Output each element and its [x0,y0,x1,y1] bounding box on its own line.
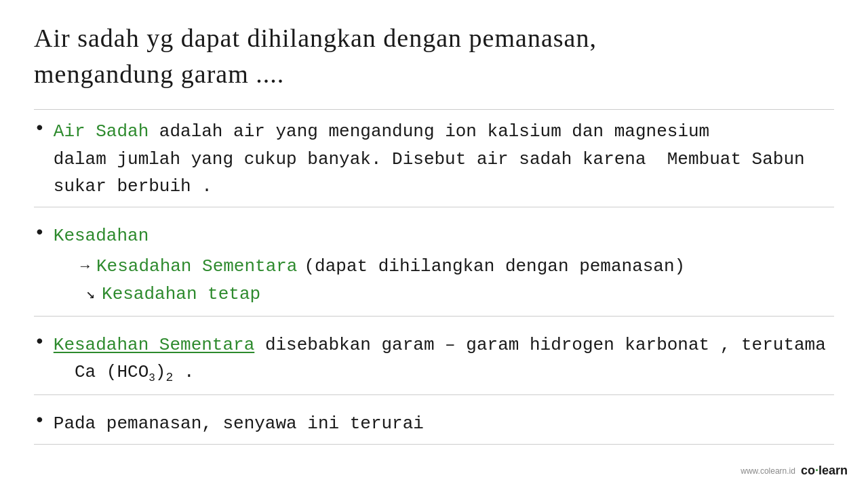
bullet-section-3: • Kesadahan Sementara disebabkan garam –… [34,325,834,395]
bullet-section-4: • Pada pemanasan, senyawa ini terurai [34,403,834,445]
kesadahan-tetap-label: Kesadahan tetap [102,281,260,309]
bullet-content-1: Air Sadah adalah air yang mengandung ion… [54,118,805,200]
logo-area: www.colearn.id co·learn [741,464,848,478]
title-line1: Air sadah yg dapat dihilangkan dengan pe… [34,20,834,56]
page-title: Air sadah yg dapat dihilangkan dengan pe… [34,20,834,92]
bullet-content-3: Kesadahan Sementara disebabkan garam – g… [54,331,826,388]
air-sadah-label: Air Sadah [54,121,149,142]
main-container: Air sadah yg dapat dihilangkan dengan pe… [0,0,868,488]
kesadahan-label: Kesadahan [54,226,149,246]
bullet-dot-3: • [34,330,45,354]
logo-dot: · [815,464,818,477]
kesadahan-sementara-underline: Kesadahan Sementara [54,335,254,355]
bullet-item-4: • Pada pemanasan, senyawa ini terurai [34,410,834,437]
bullet-item-3: • Kesadahan Sementara disebabkan garam –… [34,331,834,388]
arrow-down-icon: ↘ [86,283,95,306]
logo-site: www.colearn.id [741,466,795,476]
bullet-item-2: • Kesadahan → Kesadahan Sementara (dapat… [34,222,834,308]
bullet-item-1: • Air Sadah adalah air yang mengandung i… [34,118,834,200]
kesadahan-sementara-desc: (dapat dihilangkan dengan pemanasan) [304,253,685,281]
title-line2: mengandung garam .... [34,56,834,92]
kesadahan-sementara-label: Kesadahan Sementara [96,253,297,281]
logo-brand: co·learn [801,464,848,478]
bullet-content-4: Pada pemanasan, senyawa ini terurai [54,410,424,437]
bullet-dot-4: • [34,409,45,433]
subscript-3: 3 [149,372,155,384]
arrow-right-icon: → [81,255,90,279]
bullet-dot-2: • [34,221,45,245]
arrow-section: → Kesadahan Sementara (dapat dihilangkan… [81,253,685,309]
bullet-dot-1: • [34,117,45,141]
arrow-row-2: ↘ Kesadahan tetap [86,281,685,309]
bullet-section-2: • Kesadahan → Kesadahan Sementara (dapat… [34,216,834,316]
bullet-section-1: • Air Sadah adalah air yang mengandung i… [34,109,834,207]
bullet-content-2: Kesadahan → Kesadahan Sementara (dapat d… [54,222,685,308]
air-sadah-desc: adalah air yang mengandung ion kalsium d… [54,121,805,197]
subscript-2: 2 [165,371,173,384]
arrow-row-1: → Kesadahan Sementara (dapat dihilangkan… [81,253,685,281]
